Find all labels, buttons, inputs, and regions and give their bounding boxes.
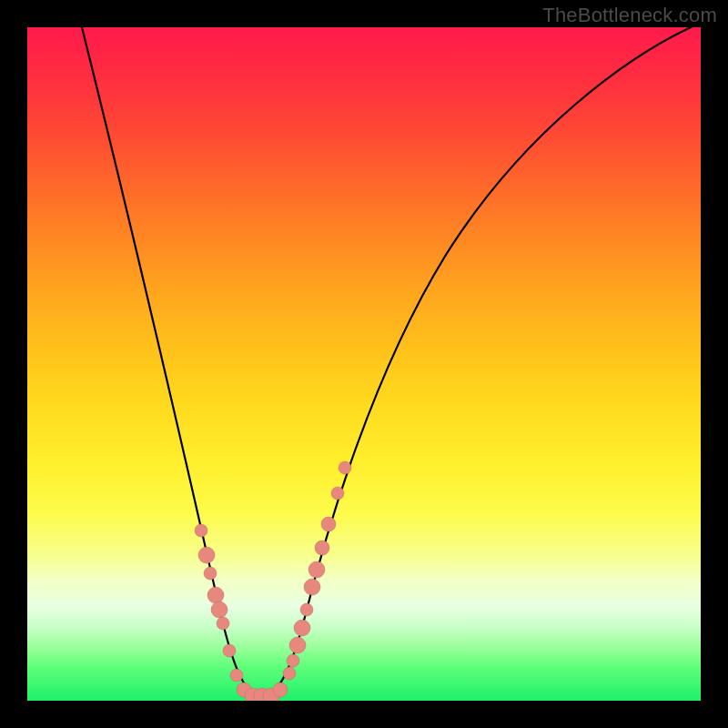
chart-frame: TheBottleneck.com — [0, 0, 728, 728]
data-dot — [217, 617, 229, 630]
data-dot — [223, 644, 236, 657]
plot-area — [27, 27, 701, 701]
data-dot — [289, 637, 306, 653]
data-dot — [304, 579, 320, 595]
watermark-text: TheBottleneck.com — [542, 4, 717, 27]
data-dot — [198, 547, 215, 563]
data-dot — [339, 461, 351, 474]
bottleneck-curve — [82, 27, 701, 696]
data-dot — [204, 567, 217, 580]
data-dot — [211, 602, 228, 618]
data-dots-group — [195, 461, 351, 701]
data-dot — [321, 517, 336, 531]
data-dot — [315, 541, 329, 555]
data-dot — [300, 603, 313, 616]
data-dot — [283, 667, 296, 680]
data-dot — [287, 654, 299, 667]
data-dot — [331, 487, 344, 500]
bottleneck-curve-svg — [27, 27, 701, 701]
data-dot — [294, 620, 310, 636]
data-dot — [230, 669, 243, 682]
data-dot — [308, 561, 325, 578]
data-dot — [273, 682, 288, 697]
data-dot — [207, 587, 224, 603]
data-dot — [195, 524, 207, 537]
